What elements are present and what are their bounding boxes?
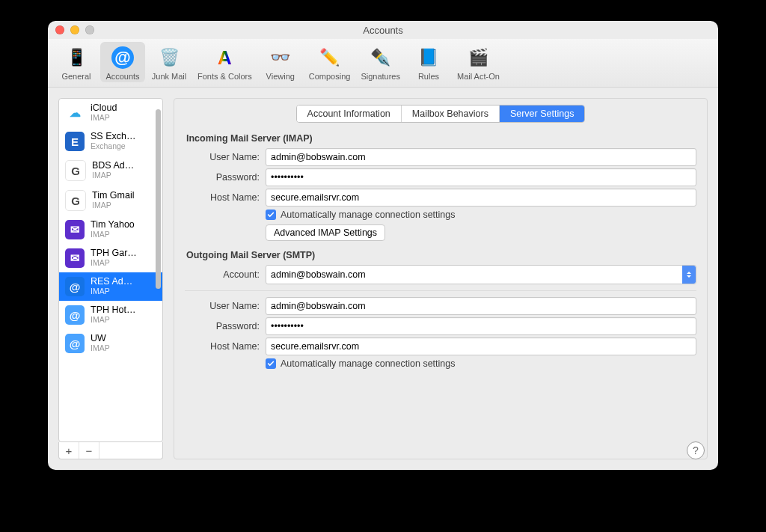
outgoing-section-title: Outgoing Mail Server (SMTP) (186, 250, 696, 260)
account-item-exchange[interactable]: E SS Exch…Exchange (59, 127, 162, 156)
incoming-hostname-field[interactable] (266, 189, 696, 207)
fonts-colors-icon: A (212, 45, 237, 70)
incoming-password-field[interactable] (266, 168, 696, 186)
outgoing-username-label: User Name: (185, 301, 260, 311)
yahoo-icon: ✉ (65, 220, 85, 239)
yahoo-icon: ✉ (65, 248, 85, 268)
viewing-icon: 👓 (268, 45, 293, 70)
chevron-updown-icon (682, 266, 696, 284)
scrollbar[interactable] (156, 102, 161, 438)
tab-mailbox-behaviors[interactable]: Mailbox Behaviors (402, 106, 500, 122)
rules-icon: 📘 (416, 45, 441, 70)
preferences-toolbar: 📱 General @ Accounts 🗑️ Junk Mail A Font… (48, 39, 718, 88)
toolbar-general[interactable]: 📱 General (54, 42, 99, 82)
toolbar-signatures[interactable]: ✒️ Signatures (356, 42, 405, 82)
account-item-uw[interactable]: @ UWIMAP (59, 329, 162, 358)
toolbar-composing[interactable]: ✏️ Composing (304, 42, 355, 82)
remove-account-button[interactable]: − (79, 442, 99, 459)
account-item-res-ad[interactable]: @ RES Ad…IMAP (59, 272, 162, 301)
outgoing-auto-checkbox[interactable] (266, 358, 276, 369)
google-icon: G (65, 190, 86, 211)
separator (185, 290, 696, 291)
outgoing-password-label: Password: (185, 321, 260, 331)
tab-account-information[interactable]: Account Information (297, 106, 402, 122)
account-item-tph-gar[interactable]: ✉ TPH Gar…IMAP (59, 244, 162, 272)
incoming-password-label: Password: (185, 172, 260, 183)
settings-panel: Account Information Mailbox Behaviors Se… (174, 98, 708, 459)
titlebar: Accounts (48, 21, 718, 39)
outgoing-hostname-field[interactable] (266, 337, 696, 355)
outgoing-username-field[interactable] (266, 297, 696, 315)
exchange-icon: E (65, 132, 85, 151)
google-icon: G (65, 160, 86, 181)
toolbar-mail-act-on[interactable]: 🎬 Mail Act-On (453, 42, 504, 82)
account-item-tph-hot[interactable]: @ TPH Hot…IMAP (59, 301, 162, 329)
window-title: Accounts (48, 25, 718, 36)
composing-icon: ✏️ (317, 45, 343, 70)
outgoing-hostname-label: Host Name: (185, 341, 260, 352)
settings-tabs: Account Information Mailbox Behaviors Se… (296, 105, 586, 123)
mail-act-on-icon: 🎬 (465, 45, 491, 70)
accounts-list[interactable]: ☁ iCloudIMAP E SS Exch…Exchange G BDS Ad… (58, 98, 163, 442)
help-button[interactable]: ? (687, 441, 705, 459)
tab-server-settings[interactable]: Server Settings (500, 106, 584, 122)
at-icon: @ (65, 277, 85, 296)
add-account-button[interactable]: + (59, 442, 79, 459)
advanced-imap-settings-button[interactable]: Advanced IMAP Settings (266, 224, 385, 241)
at-icon: @ (65, 305, 85, 325)
incoming-username-label: User Name: (185, 152, 260, 162)
incoming-hostname-label: Host Name: (185, 192, 260, 203)
toolbar-viewing[interactable]: 👓 Viewing (258, 42, 303, 82)
toolbar-junk-mail[interactable]: 🗑️ Junk Mail (147, 42, 192, 82)
toolbar-accounts[interactable]: @ Accounts (100, 42, 145, 82)
account-item-icloud[interactable]: ☁ iCloudIMAP (59, 99, 162, 127)
account-item-gmail[interactable]: G Tim GmailIMAP (59, 186, 162, 215)
toolbar-rules[interactable]: 📘 Rules (406, 42, 451, 82)
at-icon: @ (65, 334, 85, 353)
zoom-icon[interactable] (85, 25, 94, 34)
account-item-bds[interactable]: G BDS Ad…IMAP (59, 156, 162, 186)
signatures-icon: ✒️ (368, 45, 393, 70)
accounts-footer: + − (58, 442, 163, 459)
account-item-yahoo[interactable]: ✉ Tim YahooIMAP (59, 215, 162, 244)
general-icon: 📱 (64, 45, 89, 70)
outgoing-account-label: Account: (185, 269, 260, 280)
minimize-icon[interactable] (70, 25, 79, 34)
preferences-window: Accounts 📱 General @ Accounts 🗑️ Junk Ma… (48, 21, 718, 470)
outgoing-auto-label: Automatically manage connection settings (281, 358, 455, 369)
accounts-icon: @ (110, 45, 135, 70)
outgoing-account-select[interactable]: admin@bobswain.com (266, 265, 696, 284)
outgoing-password-field[interactable] (266, 317, 696, 335)
toolbar-fonts-colors[interactable]: A Fonts & Colors (193, 42, 257, 82)
close-icon[interactable] (55, 25, 64, 34)
incoming-auto-label: Automatically manage connection settings (281, 210, 455, 220)
junk-mail-icon: 🗑️ (156, 45, 182, 70)
incoming-auto-checkbox[interactable] (266, 210, 276, 220)
cloud-icon: ☁ (65, 103, 85, 123)
incoming-section-title: Incoming Mail Server (IMAP) (186, 133, 696, 144)
incoming-username-field[interactable] (266, 148, 696, 166)
